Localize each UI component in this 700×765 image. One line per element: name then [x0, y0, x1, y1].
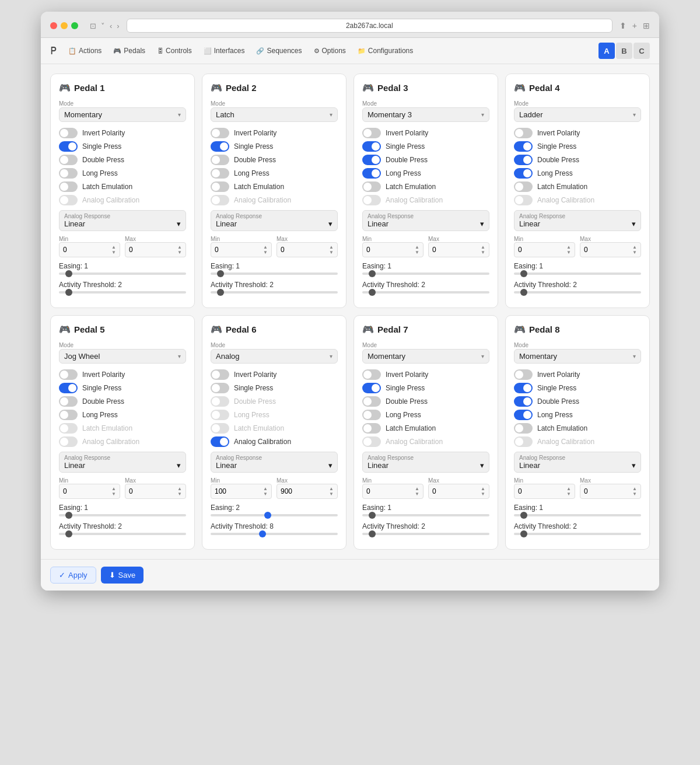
analog-response-value[interactable]: Linear ▾ [368, 461, 484, 470]
nav-item-controls[interactable]: 🎛 Controls [152, 44, 197, 57]
toggle[interactable] [59, 181, 78, 192]
toggle[interactable] [362, 396, 381, 407]
analog-response-value[interactable]: Linear ▾ [519, 219, 636, 228]
toggle[interactable] [59, 155, 78, 165]
down-arrow-icon[interactable]: ▼ [111, 491, 116, 497]
mode-select[interactable]: Jog Wheel ▾ [59, 349, 186, 364]
mode-select[interactable]: Analog ▾ [211, 349, 338, 364]
toggle[interactable] [59, 141, 78, 152]
mode-select[interactable]: Momentary 3 ▾ [362, 107, 489, 122]
slider-thumb[interactable] [369, 512, 376, 519]
slider-thumb[interactable] [520, 270, 527, 277]
min-input[interactable]: 0 ▲ ▼ [59, 242, 120, 257]
slider-thumb[interactable] [65, 512, 72, 519]
min-input[interactable]: 0 ▲ ▼ [514, 484, 575, 499]
toggle[interactable] [211, 155, 229, 165]
down-arrow-icon[interactable]: ▼ [177, 250, 182, 255]
slider-thumb[interactable] [369, 270, 376, 277]
mode-select[interactable]: Latch ▾ [211, 107, 338, 122]
tab-c[interactable]: C [634, 43, 650, 59]
new-tab-icon[interactable]: + [632, 21, 637, 30]
up-arrow-icon[interactable]: ▲ [111, 244, 116, 250]
nav-item-actions[interactable]: 📋 Actions [64, 44, 106, 57]
spinner-arrows[interactable]: ▲ ▼ [177, 486, 182, 497]
toggle[interactable] [362, 369, 381, 380]
analog-response-value[interactable]: Linear ▾ [368, 219, 484, 228]
up-arrow-icon[interactable]: ▲ [566, 244, 571, 250]
up-arrow-icon[interactable]: ▲ [415, 244, 419, 250]
toggle[interactable] [59, 128, 78, 138]
down-arrow-icon[interactable]: ▼ [415, 491, 419, 497]
slider-thumb[interactable] [520, 530, 527, 537]
toggle[interactable] [362, 128, 381, 138]
down-arrow-icon[interactable]: ▼ [566, 250, 571, 255]
spinner-arrows[interactable]: ▲ ▼ [566, 486, 571, 497]
max-input[interactable]: 0 ▲ ▼ [580, 242, 641, 257]
min-input[interactable]: 0 ▲ ▼ [59, 484, 120, 499]
slider-track[interactable] [59, 291, 186, 294]
down-arrow-icon[interactable]: ▼ [415, 250, 419, 255]
max-input[interactable]: 0 ▲ ▼ [125, 484, 186, 499]
save-button[interactable]: ⬇ Save [101, 567, 144, 584]
up-arrow-icon[interactable]: ▲ [566, 486, 571, 491]
spinner-arrows[interactable]: ▲ ▼ [177, 244, 182, 255]
min-input[interactable]: 0 ▲ ▼ [211, 242, 272, 257]
toggle[interactable] [211, 383, 229, 393]
spinner-arrows[interactable]: ▲ ▼ [263, 244, 268, 255]
toggle[interactable] [362, 410, 381, 420]
address-bar[interactable]: 2ab267ac.local [127, 19, 612, 33]
slider-track[interactable] [362, 273, 489, 275]
toggle[interactable] [514, 155, 533, 165]
nav-item-sequences[interactable]: 🔗 Sequences [251, 44, 306, 57]
up-arrow-icon[interactable]: ▲ [481, 244, 485, 250]
up-arrow-icon[interactable]: ▲ [177, 486, 182, 491]
slider-track[interactable] [514, 533, 641, 535]
maximize-button[interactable] [71, 22, 78, 29]
min-input[interactable]: 0 ▲ ▼ [362, 484, 424, 499]
slider-thumb[interactable] [65, 530, 72, 537]
spinner-arrows[interactable]: ▲ ▼ [329, 486, 334, 497]
toggle[interactable] [211, 181, 229, 192]
toggle[interactable] [514, 410, 533, 420]
spinner-arrows[interactable]: ▲ ▼ [632, 486, 637, 497]
down-arrow-icon[interactable]: ▼ [632, 491, 637, 497]
toggle[interactable] [362, 168, 381, 179]
slider-thumb[interactable] [264, 512, 271, 519]
tabs-icon[interactable]: ⊞ [643, 21, 650, 30]
max-input[interactable]: 900 ▲ ▼ [276, 484, 338, 499]
toggle[interactable] [59, 369, 78, 380]
up-arrow-icon[interactable]: ▲ [177, 244, 182, 250]
back-icon[interactable]: ‹ [110, 22, 112, 30]
down-arrow-icon[interactable]: ▼ [263, 250, 268, 255]
nav-item-options[interactable]: ⚙ Options [309, 44, 351, 57]
up-arrow-icon[interactable]: ▲ [632, 486, 637, 491]
toggle[interactable] [211, 369, 229, 380]
slider-thumb[interactable] [217, 289, 224, 296]
up-arrow-icon[interactable]: ▲ [111, 486, 116, 491]
toggle[interactable] [362, 423, 381, 434]
up-arrow-icon[interactable]: ▲ [481, 486, 485, 491]
spinner-arrows[interactable]: ▲ ▼ [566, 244, 571, 255]
down-arrow-icon[interactable]: ▼ [329, 491, 334, 497]
toggle[interactable] [362, 383, 381, 393]
max-input[interactable]: 0 ▲ ▼ [125, 242, 186, 257]
toggle[interactable] [362, 141, 381, 152]
slider-thumb[interactable] [65, 289, 72, 296]
spinner-arrows[interactable]: ▲ ▼ [329, 244, 334, 255]
toggle[interactable] [59, 383, 78, 393]
apply-button[interactable]: ✓ Apply [50, 567, 96, 584]
tab-a[interactable]: A [598, 43, 615, 59]
toggle[interactable] [514, 369, 533, 380]
mode-select[interactable]: Momentary ▾ [59, 107, 186, 122]
share-icon[interactable]: ⬆ [620, 21, 626, 30]
down-arrow-icon[interactable]: ▼ [177, 491, 182, 497]
mode-select[interactable]: Ladder ▾ [514, 107, 641, 122]
spinner-arrows[interactable]: ▲ ▼ [481, 486, 485, 497]
nav-item-pedals[interactable]: 🎮 Pedals [108, 44, 150, 57]
up-arrow-icon[interactable]: ▲ [329, 244, 334, 250]
down-arrow-icon[interactable]: ▼ [566, 491, 571, 497]
spinner-arrows[interactable]: ▲ ▼ [415, 486, 419, 497]
up-arrow-icon[interactable]: ▲ [263, 486, 268, 491]
slider-thumb[interactable] [520, 289, 527, 296]
toggle[interactable] [514, 396, 533, 407]
